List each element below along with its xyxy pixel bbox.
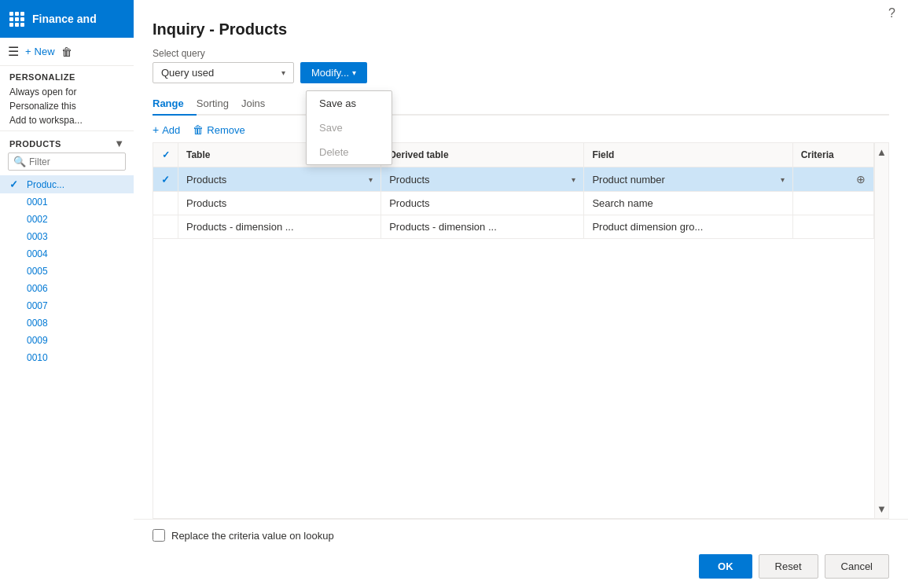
delete-icon[interactable]: 🗑 bbox=[61, 46, 72, 58]
search-icon: 🔍 bbox=[13, 156, 26, 167]
table-row[interactable]: ✓ Products ▾ Products ▾ bbox=[153, 167, 874, 192]
add-button[interactable]: + Add bbox=[153, 123, 180, 136]
product-id: 0002 bbox=[27, 214, 48, 225]
dialog-body: Select query Query used ▾ Modify... ▾ Sa… bbox=[134, 48, 908, 519]
table-cell: Products ▾ bbox=[178, 167, 381, 192]
list-item[interactable]: 0007 bbox=[0, 297, 134, 314]
plus-icon: + bbox=[25, 46, 31, 57]
list-item[interactable]: ✓ Produc... bbox=[0, 175, 134, 193]
col-field: Field bbox=[584, 143, 792, 167]
dropdown-save: Save bbox=[307, 116, 392, 140]
sidebar-header: Finance and bbox=[0, 0, 134, 38]
list-item[interactable]: 0001 bbox=[0, 193, 134, 211]
trash-icon: 🗑 bbox=[193, 123, 204, 136]
dropdown-save-as[interactable]: Save as bbox=[307, 91, 392, 116]
cancel-button[interactable]: Cancel bbox=[825, 554, 889, 579]
tabs: Range Sorting Joins bbox=[153, 93, 889, 116]
list-item[interactable]: 0009 bbox=[0, 332, 134, 349]
product-id: 0001 bbox=[27, 197, 48, 208]
help-icon[interactable]: ? bbox=[888, 6, 895, 20]
personalize-title: PERSONALIZE bbox=[9, 72, 124, 82]
filter-box[interactable]: 🔍 bbox=[8, 153, 126, 171]
row-check-icon: ✓ bbox=[161, 174, 170, 186]
plus-icon: + bbox=[153, 123, 159, 136]
derived-table-cell: Products - dimension ... bbox=[381, 215, 584, 239]
product-id: 0003 bbox=[27, 231, 48, 242]
personalize-item-3[interactable]: Add to workspa... bbox=[9, 113, 124, 127]
list-item[interactable]: 0008 bbox=[0, 314, 134, 332]
col-check: ✓ bbox=[153, 143, 178, 167]
field-cell: Product number ▾ bbox=[584, 167, 792, 192]
action-buttons: OK Reset Cancel bbox=[153, 554, 889, 579]
field-cell: Product dimension gro... bbox=[584, 215, 792, 239]
chevron-down-icon[interactable]: ▾ bbox=[781, 175, 785, 184]
checkbox-row: Replace the criteria value on lookup bbox=[153, 529, 889, 542]
personalize-item-1[interactable]: Always open for bbox=[9, 85, 124, 99]
add-criteria-icon[interactable]: ⊕ bbox=[856, 173, 866, 186]
products-section: PRODUCTS ▼ 🔍 ✓ Produc... 0001 0002 0003 bbox=[0, 130, 134, 588]
field-cell: Search name bbox=[584, 192, 792, 215]
criteria-cell[interactable]: ⊕ bbox=[792, 167, 873, 192]
product-id: 0010 bbox=[27, 352, 48, 363]
hamburger-icon[interactable]: ☰ bbox=[8, 44, 19, 59]
table-row[interactable]: Products Products Search name bbox=[153, 192, 874, 215]
list-item[interactable]: 0002 bbox=[0, 211, 134, 228]
replace-checkbox-label: Replace the criteria value on lookup bbox=[171, 530, 334, 542]
scrollbar[interactable]: ▲ ▼ bbox=[875, 142, 889, 519]
checkmark-icon: ✓ bbox=[162, 149, 170, 160]
query-select[interactable]: Query used ▾ bbox=[153, 62, 294, 83]
product-id: 0005 bbox=[27, 266, 48, 277]
select-query-label: Select query bbox=[153, 48, 889, 59]
scroll-down-icon[interactable]: ▼ bbox=[875, 500, 888, 518]
list-item[interactable]: 0005 bbox=[0, 263, 134, 280]
dropdown-delete: Delete bbox=[307, 140, 392, 164]
col-derived-table: Derived table bbox=[381, 143, 584, 167]
check-icon: ✓ bbox=[9, 178, 20, 190]
chevron-down-icon: ▾ bbox=[352, 68, 356, 77]
product-id: 0008 bbox=[27, 318, 48, 329]
table-cell: Products bbox=[178, 192, 381, 215]
tab-joins[interactable]: Joins bbox=[241, 93, 278, 116]
new-button[interactable]: + New bbox=[25, 46, 55, 57]
query-value: Query used bbox=[161, 67, 214, 79]
data-table: ✓ Table Derived table Field Criteria ✓ bbox=[153, 142, 875, 519]
tab-range[interactable]: Range bbox=[153, 93, 197, 116]
products-list: ✓ Produc... 0001 0002 0003 0004 bbox=[0, 175, 134, 366]
criteria-cell[interactable] bbox=[792, 192, 873, 215]
list-item[interactable]: 0003 bbox=[0, 228, 134, 245]
product-id: 0006 bbox=[27, 283, 48, 294]
product-id: 0004 bbox=[27, 248, 48, 259]
chevron-down-icon: ▾ bbox=[281, 68, 285, 77]
remove-button[interactable]: 🗑 Remove bbox=[193, 123, 244, 136]
products-title: PRODUCTS bbox=[9, 139, 61, 149]
dialog-title: Inquiry - Products bbox=[134, 20, 908, 48]
chevron-down-icon[interactable]: ▾ bbox=[572, 175, 575, 184]
product-id: 0009 bbox=[27, 335, 48, 346]
filter-input[interactable] bbox=[29, 156, 100, 167]
apps-icon[interactable] bbox=[9, 12, 24, 27]
table-toolbar: + Add 🗑 Remove bbox=[153, 123, 889, 136]
filter-icon[interactable]: ▼ bbox=[114, 138, 124, 149]
list-item[interactable]: 0006 bbox=[0, 280, 134, 297]
scroll-up-icon[interactable]: ▲ bbox=[875, 143, 888, 161]
modify-dropdown: Save as Save Delete bbox=[306, 90, 392, 165]
reset-button[interactable]: Reset bbox=[759, 554, 818, 579]
table-row[interactable]: Products - dimension ... Products - dime… bbox=[153, 215, 874, 239]
list-item[interactable]: 0010 bbox=[0, 349, 134, 366]
modify-button[interactable]: Modify... ▾ bbox=[300, 62, 367, 83]
ok-button[interactable]: OK bbox=[699, 554, 752, 579]
personalize-item-2[interactable]: Personalize this bbox=[9, 99, 124, 113]
chevron-down-icon[interactable]: ▾ bbox=[369, 175, 373, 184]
tab-sorting[interactable]: Sorting bbox=[197, 93, 241, 116]
dialog-bottom: Replace the criteria value on lookup OK … bbox=[134, 519, 908, 588]
table-cell: Products - dimension ... bbox=[178, 215, 381, 239]
derived-table-cell: Products bbox=[381, 192, 584, 215]
list-item[interactable]: 0004 bbox=[0, 245, 134, 263]
dialog: ? Inquiry - Products Select query Query … bbox=[134, 0, 908, 588]
derived-table-cell: Products ▾ bbox=[381, 167, 584, 192]
query-row: Query used ▾ Modify... ▾ Save as Save De… bbox=[153, 62, 889, 83]
replace-checkbox[interactable] bbox=[153, 529, 165, 542]
col-criteria: Criteria bbox=[792, 143, 873, 167]
dialog-topbar: ? bbox=[134, 0, 908, 20]
criteria-cell[interactable] bbox=[792, 215, 873, 239]
